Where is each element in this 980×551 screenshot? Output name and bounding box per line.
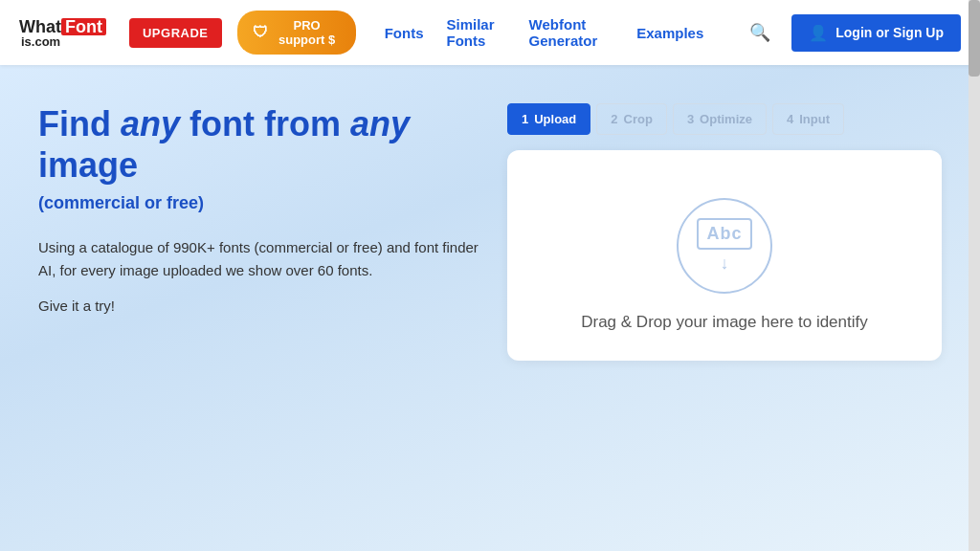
subheading: (commercial or free) — [38, 193, 479, 213]
main-content: Find any font from any image (commercial… — [0, 65, 980, 361]
step-3-num: 3 — [687, 112, 694, 126]
step-3-label: Optimize — [700, 112, 752, 126]
step-1-label: Upload — [534, 112, 576, 126]
logo[interactable]: What Font is.com — [19, 18, 106, 48]
arrow-down-icon: ↓ — [720, 253, 728, 274]
pro-support-button[interactable]: 🛡 PRO support $ — [237, 11, 356, 55]
step-2-num: 2 — [611, 112, 617, 126]
nav-link-similar-fonts[interactable]: Similar Fonts — [437, 11, 516, 55]
step-input[interactable]: 4 Input — [772, 103, 844, 135]
step-1-num: 1 — [522, 112, 528, 126]
nav-link-fonts[interactable]: Fonts — [375, 19, 434, 47]
abc-icon: Abc — [697, 218, 751, 250]
cta-text: Give it a try! — [38, 298, 479, 314]
login-label: Login or Sign Up — [835, 25, 944, 40]
step-2-label: Crop — [624, 112, 653, 126]
right-panel: 1 Upload 2 Crop 3 Optimize 4 Input Abc ↓ — [507, 103, 942, 361]
step-upload[interactable]: 1 Upload — [507, 103, 590, 135]
pro-support-label: PRO support $ — [274, 18, 341, 47]
headline-italic2: any — [350, 104, 410, 143]
nav-link-examples[interactable]: Examples — [627, 19, 713, 47]
nav-link-webfont-generator[interactable]: Webfont Generator — [520, 11, 624, 55]
upload-icon-inner: Abc ↓ — [697, 218, 751, 274]
upload-drag-text: Drag & Drop your image here to identify — [581, 313, 868, 332]
headline-line2: image — [38, 145, 138, 185]
step-4-num: 4 — [787, 112, 793, 126]
logo-top: What Font — [19, 18, 106, 35]
search-icon: 🔍 — [749, 23, 770, 42]
logo-font: Font — [61, 18, 106, 35]
scrollbar[interactable] — [969, 0, 980, 551]
headline-part2: font from — [180, 104, 350, 143]
step-4-label: Input — [799, 112, 830, 126]
upload-icon-wrap: Abc ↓ — [677, 198, 772, 294]
upgrade-button[interactable]: UPGRADE — [129, 18, 222, 48]
step-crop[interactable]: 2 Crop — [596, 103, 667, 135]
navbar: What Font is.com UPGRADE 🛡 PRO support $… — [0, 0, 980, 65]
step-optimize[interactable]: 3 Optimize — [673, 103, 767, 135]
user-icon: 👤 — [809, 24, 828, 42]
nav-links: Fonts Similar Fonts Webfont Generator Ex… — [375, 11, 714, 55]
shield-icon: 🛡 — [253, 24, 268, 41]
search-button[interactable]: 🔍 — [744, 16, 776, 49]
steps-row: 1 Upload 2 Crop 3 Optimize 4 Input — [507, 103, 942, 135]
scrollbar-thumb[interactable] — [969, 0, 980, 77]
headline: Find any font from any image — [38, 103, 479, 186]
left-panel: Find any font from any image (commercial… — [38, 103, 479, 337]
logo-what: What — [19, 18, 61, 35]
headline-italic1: any — [121, 104, 180, 143]
login-button[interactable]: 👤 Login or Sign Up — [791, 14, 961, 52]
upload-box[interactable]: Abc ↓ Drag & Drop your image here to ide… — [507, 150, 942, 361]
headline-part1: Find — [38, 104, 121, 143]
description: Using a catalogue of 990K+ fonts (commer… — [38, 236, 479, 282]
logo-bottom: is.com — [21, 35, 60, 48]
